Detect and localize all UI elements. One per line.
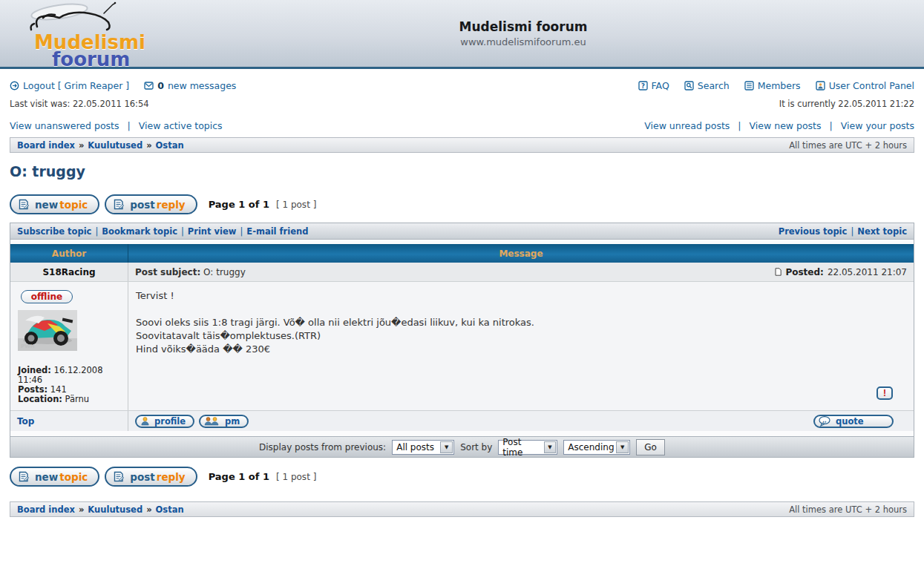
view-your-link[interactable]: View your posts (841, 120, 914, 131)
display-posts-label: Display posts from previous: (259, 442, 386, 453)
quote-button[interactable]: ,, quote (813, 415, 894, 428)
message-line: Soovi oleks siis 1:8 tragi järgi. Võ� ol… (136, 316, 906, 329)
user-details: Joined: 16.12.2008 11:46 Posts: 141 Loca… (18, 366, 120, 404)
sort-direction-value: Ascending (568, 442, 614, 453)
search-icon (684, 81, 694, 91)
topic-table: Subscribe topic | Bookmark topic | Print… (10, 223, 914, 458)
post-author-name[interactable]: S18Racing (10, 263, 128, 281)
view-active-link[interactable]: View active topics (139, 120, 223, 131)
logout-link[interactable]: Logout [ Grim Reaper ] (10, 80, 129, 91)
site-title-block: Mudelismi foorum www.mudelismifoorum.eu (401, 19, 646, 47)
breadcrumb-ostan[interactable]: Ostan (156, 140, 184, 151)
page-info: Page 1 of 1 (209, 199, 269, 210)
logout-icon (10, 81, 19, 91)
new-topic-icon (17, 198, 30, 211)
location-value: Pärnu (65, 394, 90, 404)
faq-label: FAQ (652, 80, 669, 91)
post-subject-label: Post subject: (135, 267, 200, 277)
message-icon (144, 82, 154, 90)
breadcrumb-separator: » (146, 504, 151, 515)
top-link[interactable]: Top (17, 416, 34, 427)
posts-label: Posts: (18, 384, 47, 395)
user-control-panel-link[interactable]: User Control Panel (816, 80, 914, 91)
breadcrumb-board-index[interactable]: Board index (17, 504, 75, 515)
view-unread-link[interactable]: View unread posts (644, 120, 730, 131)
post-footer-row: Top profile pm ,, quote (10, 410, 914, 431)
members-link[interactable]: Members (744, 80, 801, 91)
new-topic-label-2: topic (59, 199, 88, 211)
post-reply-button-bottom[interactable]: postreply (105, 467, 197, 487)
new-topic-button[interactable]: newtopic (10, 194, 99, 214)
go-button[interactable]: Go (636, 439, 665, 455)
new-topic-icon (17, 470, 30, 483)
logo-car-sketch-icon (21, 1, 147, 34)
breadcrumb-ostan[interactable]: Ostan (156, 504, 184, 515)
previous-topic-link[interactable]: Previous topic (779, 226, 848, 237)
chevron-down-icon: ▼ (544, 441, 557, 453)
display-range-select[interactable]: All posts ▼ (392, 440, 454, 455)
new-topic-label-1: new (35, 471, 58, 483)
display-posts-bar: Display posts from previous: All posts ▼… (10, 436, 914, 457)
quote-bubble-icon: ,, (819, 416, 831, 427)
site-url: www.mudelismifoorum.eu (401, 36, 646, 47)
print-view-link[interactable]: Print view (188, 226, 237, 237)
site-logo[interactable]: Mudelismi foorum (21, 1, 162, 68)
user-avatar: PWH (18, 310, 77, 351)
posted-page-icon (775, 268, 782, 276)
post-reply-label-2: reply (157, 199, 186, 211)
view-new-link[interactable]: View new posts (750, 120, 822, 131)
chevron-down-icon: ▼ (440, 441, 453, 453)
members-label: Members (758, 80, 801, 91)
post-reply-icon (112, 470, 125, 483)
separator: | (181, 226, 184, 237)
breadcrumb-bar: Board index » Kuulutused » Ostan All tim… (10, 137, 914, 153)
location-label: Location: (18, 394, 62, 404)
svg-text:,,: ,, (822, 418, 826, 424)
breadcrumb-kuulutused[interactable]: Kuulutused (88, 504, 142, 515)
posted-time: 22.05.2011 21:07 (828, 267, 907, 277)
next-topic-link[interactable]: Next topic (857, 226, 907, 237)
report-post-button[interactable]: ! (877, 386, 893, 400)
pm-button[interactable]: pm (199, 415, 249, 428)
separator: | (851, 226, 853, 237)
post-body-row: offline PWH Joined: 16.12.2008 11:46 (10, 282, 914, 410)
profile-button-label: profile (154, 416, 186, 427)
logout-label: Logout [ Grim Reaper ] (23, 80, 129, 91)
subscribe-topic-link[interactable]: Subscribe topic (17, 226, 91, 237)
message-line: Soovitatavalt täis�omplektuses.(RTR) (136, 329, 906, 343)
message-column-header: Message (128, 249, 914, 259)
profile-person-icon (140, 416, 150, 426)
message-line: Tervist ! (136, 289, 906, 303)
search-link[interactable]: Search (684, 80, 730, 91)
table-header-row: Author Message (10, 244, 914, 263)
separator: | (830, 120, 833, 131)
email-friend-link[interactable]: E-mail friend (246, 226, 308, 237)
separator: | (240, 226, 243, 237)
sort-field-select[interactable]: Post time ▼ (498, 440, 557, 455)
breadcrumb-bottom: Board index » Kuulutused » Ostan (17, 504, 184, 515)
new-messages-link[interactable]: 0 new messages (144, 80, 236, 91)
new-topic-button-bottom[interactable]: newtopic (10, 467, 99, 487)
breadcrumb-separator: » (146, 140, 151, 151)
pm-persons-icon (204, 416, 220, 426)
post-reply-button[interactable]: postreply (105, 194, 197, 214)
bookmark-topic-link[interactable]: Bookmark topic (102, 226, 177, 237)
new-topic-label-2: topic (59, 471, 88, 483)
breadcrumb-board-index[interactable]: Board index (17, 140, 75, 151)
quote-button-label: quote (836, 416, 864, 427)
view-unanswered-link[interactable]: View unanswered posts (10, 120, 119, 131)
post-reply-label-1: post (130, 471, 154, 483)
sort-direction-select[interactable]: Ascending ▼ (563, 440, 630, 455)
svg-text:PWH: PWH (21, 343, 35, 349)
message-line: Hind võiks�ääda �� 230€ (136, 343, 906, 356)
faq-link[interactable]: ? FAQ (638, 80, 669, 91)
search-label: Search (698, 80, 730, 91)
joined-label: Joined: (18, 365, 51, 375)
faq-icon: ? (638, 81, 648, 91)
site-header: Mudelismi foorum Mudelismi foorum www.mu… (0, 0, 924, 69)
message-count: 0 (157, 80, 164, 91)
profile-button[interactable]: profile (135, 415, 194, 428)
breadcrumb-kuulutused[interactable]: Kuulutused (88, 140, 142, 151)
posts-value: 141 (50, 384, 67, 395)
page-title: O: truggy (10, 163, 914, 180)
